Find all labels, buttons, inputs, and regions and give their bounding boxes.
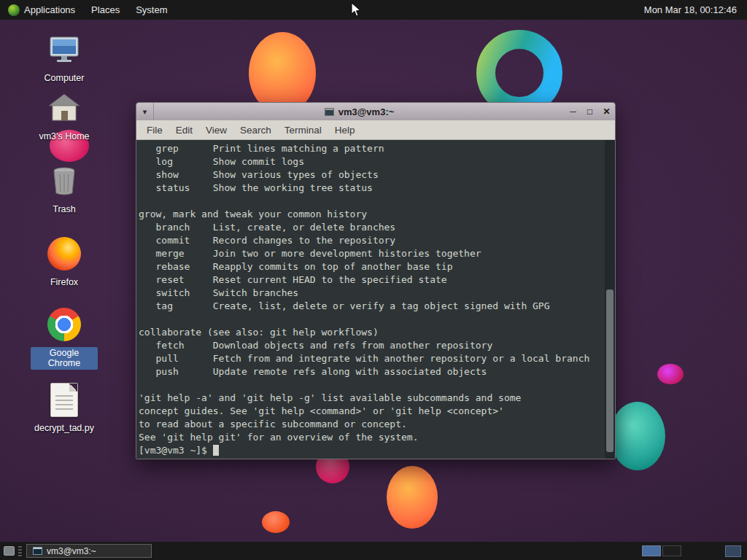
close-button[interactable]: ✕ bbox=[598, 103, 615, 120]
terminal-prompt: [vm3@vm3 ~]$ bbox=[139, 445, 213, 456]
terminal-menubar: File Edit View Search Terminal Help bbox=[136, 120, 615, 140]
wallpaper-blob-teal bbox=[610, 402, 665, 470]
menu-edit[interactable]: Edit bbox=[169, 125, 199, 136]
window-list-handle-icon[interactable] bbox=[18, 545, 22, 557]
python-file-icon bbox=[47, 382, 82, 417]
desktop-icon-home[interactable]: vm3's Home bbox=[31, 90, 98, 142]
desktop-icon-python-file[interactable]: decrypt_tad.py bbox=[31, 382, 98, 434]
top-panel: Applications Places System Mon Mar 18, 0… bbox=[0, 0, 747, 20]
menu-view[interactable]: View bbox=[199, 125, 233, 136]
chevron-down-icon: ▾ bbox=[143, 107, 147, 117]
terminal-prompt-line: [vm3@vm3 ~]$ bbox=[139, 444, 602, 457]
distro-logo-icon bbox=[8, 4, 20, 16]
workspace-switcher bbox=[642, 545, 681, 556]
terminal-scrollbar[interactable] bbox=[605, 140, 615, 459]
desktop-icon-label: Computer bbox=[41, 72, 88, 84]
maximize-button[interactable]: □ bbox=[581, 103, 598, 120]
scrollbar-thumb[interactable] bbox=[606, 289, 614, 452]
clock[interactable]: Mon Mar 18, 00:12:46 bbox=[644, 4, 747, 15]
system-menu-label: System bbox=[136, 4, 167, 15]
window-menu-button[interactable]: ▾ bbox=[136, 103, 154, 120]
desktop-icon-label: Firefox bbox=[47, 276, 82, 288]
taskbar-window-button[interactable]: vm3@vm3:~ bbox=[26, 544, 152, 558]
panel-corner-applet-icon[interactable] bbox=[725, 545, 741, 557]
desktop-icon-chrome[interactable]: Google Chrome bbox=[31, 307, 98, 370]
firefox-icon bbox=[47, 236, 82, 271]
computer-icon bbox=[47, 32, 82, 67]
menu-terminal[interactable]: Terminal bbox=[278, 125, 328, 136]
terminal-window: ▾ vm3@vm3:~ ─ □ ✕ File Edit View Search … bbox=[136, 102, 616, 459]
places-menu[interactable]: Places bbox=[83, 0, 128, 20]
desktop-icon-label: Trash bbox=[49, 203, 80, 215]
terminal-titlebar[interactable]: ▾ vm3@vm3:~ ─ □ ✕ bbox=[136, 103, 615, 120]
desktop: Applications Places System Mon Mar 18, 0… bbox=[0, 0, 747, 560]
wallpaper-blob-magenta bbox=[657, 364, 684, 384]
applications-menu-label: Applications bbox=[24, 4, 75, 15]
terminal-screen[interactable]: grep Print lines matching a pattern log … bbox=[136, 140, 615, 459]
window-title: vm3@vm3:~ bbox=[338, 106, 395, 117]
system-menu[interactable]: System bbox=[128, 0, 175, 20]
menu-search[interactable]: Search bbox=[233, 125, 278, 136]
home-folder-icon bbox=[47, 90, 82, 125]
desktop-icon-label: vm3's Home bbox=[35, 131, 93, 142]
show-desktop-icon[interactable] bbox=[4, 546, 15, 556]
wallpaper-blob-orange-bottom bbox=[387, 466, 438, 529]
desktop-icon-label: decrypt_tad.py bbox=[31, 422, 98, 434]
window-title-area: vm3@vm3:~ bbox=[154, 106, 565, 117]
desktop-icon-firefox[interactable]: Firefox bbox=[31, 236, 98, 288]
bottom-panel: vm3@vm3:~ bbox=[0, 542, 747, 560]
desktop-icon-label: Google Chrome bbox=[31, 347, 98, 370]
workspace-1-active[interactable] bbox=[642, 545, 661, 556]
chrome-icon bbox=[47, 307, 82, 342]
menu-help[interactable]: Help bbox=[328, 125, 362, 136]
taskbar-window-label: vm3@vm3:~ bbox=[47, 546, 96, 556]
desktop-icon-computer[interactable]: Computer bbox=[31, 32, 98, 84]
mouse-cursor-icon bbox=[351, 2, 363, 18]
applications-menu[interactable]: Applications bbox=[0, 0, 83, 20]
terminal-icon bbox=[33, 547, 42, 555]
minimize-button[interactable]: ─ bbox=[565, 103, 581, 120]
workspace-2[interactable] bbox=[662, 545, 681, 556]
menu-file[interactable]: File bbox=[140, 125, 169, 136]
terminal-output: grep Print lines matching a pattern log … bbox=[139, 142, 602, 444]
places-menu-label: Places bbox=[91, 4, 120, 15]
trash-icon bbox=[47, 163, 82, 198]
terminal-cursor bbox=[213, 445, 219, 456]
terminal-icon bbox=[325, 108, 334, 116]
desktop-icon-trash[interactable]: Trash bbox=[31, 163, 98, 215]
wallpaper-blob-red-bottom bbox=[262, 511, 290, 533]
